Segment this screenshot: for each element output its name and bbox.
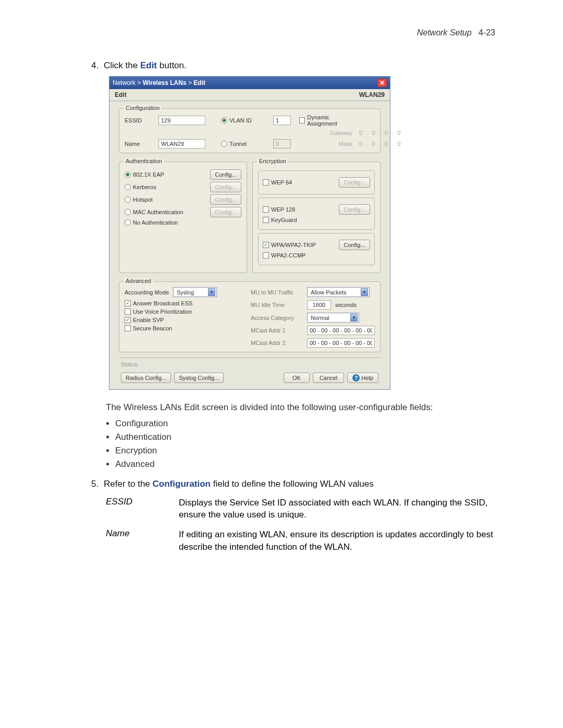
ip-seg: 0 xyxy=(357,130,365,136)
ip-dot: . xyxy=(379,141,381,147)
radius-config-button[interactable]: Radius Config... xyxy=(121,373,171,383)
auth-hotspot-radio[interactable] xyxy=(125,196,131,203)
auth-none-radio[interactable] xyxy=(125,219,131,226)
mu-traffic-select[interactable]: Allow Packets ▼ xyxy=(307,287,370,297)
ip-seg: 0 xyxy=(395,130,403,136)
group-advanced: Advanced Accounting Mode Syslog ▼ Answer… xyxy=(119,281,381,352)
mcast2-label: MCast Addr 2 xyxy=(251,340,303,346)
access-category-select[interactable]: Normal ▼ xyxy=(307,313,359,323)
mu-idle-unit: seconds xyxy=(335,302,357,308)
group-authentication: Authentication 802.1X EAP Config... Kerb… xyxy=(119,162,247,273)
ip-dot: . xyxy=(366,141,369,147)
ip-seg: 0 xyxy=(395,141,403,147)
mu-idle-field[interactable] xyxy=(307,300,331,310)
page-header: Network Setup 4-23 xyxy=(417,28,495,38)
kerberos-config-button: Config... xyxy=(210,182,241,192)
dynamic-assignment-checkbox[interactable] xyxy=(299,117,305,124)
mu-idle-label: MU Idle Time xyxy=(251,302,303,308)
wpa-config-button[interactable]: Config... xyxy=(339,240,370,250)
list-item: Configuration xyxy=(115,418,495,429)
wpa-tkip-label: WPA/WPA2-TKIP xyxy=(271,242,316,248)
name-field[interactable] xyxy=(158,139,205,149)
wpa-tkip-checkbox[interactable] xyxy=(263,242,269,248)
keyguard-label: KeyGuard xyxy=(271,217,297,223)
group-configuration: Configuration ESSID VLAN ID Dynamic Assi… xyxy=(119,108,381,153)
mcast1-label: MCast Addr 1 xyxy=(251,327,303,334)
step-4-bold: Edit xyxy=(140,60,157,70)
step-4-pre: Click the xyxy=(104,60,140,70)
step-4-post: button. xyxy=(157,60,187,70)
definition-table: ESSID Displays the Service Set ID associ… xyxy=(106,497,495,553)
help-icon: ? xyxy=(352,374,360,381)
mac-config-button: Config... xyxy=(210,207,241,217)
dialog-window: Network > Wireless LANs > Edit ✕ Edit WL… xyxy=(109,76,390,390)
crumb-sep: > xyxy=(137,79,142,87)
wep64-label: WEP 64 xyxy=(271,179,292,186)
ip-seg: 0 xyxy=(357,141,365,147)
secure-beacon-checkbox[interactable] xyxy=(125,325,131,331)
crumb-network: Network xyxy=(113,79,136,87)
auth-kerberos-radio[interactable] xyxy=(125,184,131,190)
help-button[interactable]: ? Help xyxy=(347,373,378,383)
advanced-legend: Advanced xyxy=(124,278,153,284)
wep128-checkbox[interactable] xyxy=(263,206,269,213)
wep128-label: WEP 128 xyxy=(271,206,295,213)
ip-dot: . xyxy=(366,130,369,136)
access-category-value: Normal xyxy=(311,315,329,321)
cancel-button[interactable]: Cancel xyxy=(313,373,344,383)
ip-seg: 0 xyxy=(369,130,377,136)
gateway-ip: 0. 0. 0. 0 xyxy=(357,130,403,136)
accounting-mode-select[interactable]: Syslog ▼ xyxy=(173,287,217,297)
eap-config-button[interactable]: Config... xyxy=(210,169,241,180)
crumb-sep2: > xyxy=(188,79,193,87)
vlan-id-field[interactable] xyxy=(273,116,291,125)
answer-broadcast-label: Answer Broadcast ESS xyxy=(133,300,192,306)
help-label: Help xyxy=(361,375,373,381)
step-5-post: field to define the following WLAN value… xyxy=(211,479,374,489)
auth-none-label: No Authentication xyxy=(133,219,178,226)
edit-label: Edit xyxy=(115,91,127,98)
wpa2-ccmp-label: WPA2-CCMP xyxy=(271,252,305,258)
group-encryption: Encryption WEP 64 Config... WEP 128 Conf… xyxy=(252,162,381,273)
hotspot-config-button: Config... xyxy=(210,194,241,205)
mu-traffic-label: MU to MU Traffic xyxy=(251,289,303,295)
ok-button[interactable]: OK xyxy=(284,373,310,383)
answer-broadcast-checkbox[interactable] xyxy=(125,300,131,306)
tunnel-radio[interactable] xyxy=(221,141,227,147)
ip-dot: . xyxy=(392,130,394,136)
enable-svp-checkbox[interactable] xyxy=(125,317,131,323)
list-item: Authentication xyxy=(115,432,495,442)
enable-svp-label: Enable SVP xyxy=(133,317,164,323)
step-5-number: 5. xyxy=(91,479,104,489)
auth-mac-radio[interactable] xyxy=(125,209,131,215)
section-title: Network Setup xyxy=(417,28,472,37)
mu-traffic-value: Allow Packets xyxy=(311,289,346,295)
mcast1-field[interactable] xyxy=(307,326,375,335)
close-icon[interactable]: ✕ xyxy=(377,79,387,87)
auth-mac-label: MAC Authentication xyxy=(133,209,183,215)
wep64-config-button: Config... xyxy=(339,177,370,188)
wep64-checkbox[interactable] xyxy=(263,179,269,186)
vlan-id-label: VLAN ID xyxy=(229,117,252,124)
auth-eap-radio[interactable] xyxy=(125,171,131,178)
list-item: Advanced xyxy=(115,459,495,470)
wpa2-ccmp-checkbox[interactable] xyxy=(263,252,269,258)
chevron-down-icon: ▼ xyxy=(361,288,368,296)
vlan-id-radio[interactable] xyxy=(221,117,227,124)
def-essid-term: ESSID xyxy=(106,497,179,522)
title-bar: Network > Wireless LANs > Edit ✕ xyxy=(109,77,390,89)
chevron-down-icon: ▼ xyxy=(208,288,215,296)
essid-field[interactable] xyxy=(158,116,205,125)
voice-prioritization-checkbox[interactable] xyxy=(125,309,131,315)
mcast2-field[interactable] xyxy=(307,338,375,348)
keyguard-checkbox[interactable] xyxy=(263,217,269,223)
auth-kerberos-label: Kerberos xyxy=(133,184,156,190)
def-essid-desc: Displays the Service Set ID associated w… xyxy=(179,497,495,522)
voice-prioritization-label: Use Voice Prioritization xyxy=(133,309,192,315)
status-label: Status: xyxy=(119,357,381,371)
step-5-pre: Refer to the xyxy=(104,479,153,489)
chevron-down-icon: ▼ xyxy=(350,314,358,322)
encryption-legend: Encryption xyxy=(257,158,288,164)
step-4-number: 4. xyxy=(91,60,104,71)
syslog-config-button[interactable]: Syslog Config... xyxy=(174,373,224,383)
